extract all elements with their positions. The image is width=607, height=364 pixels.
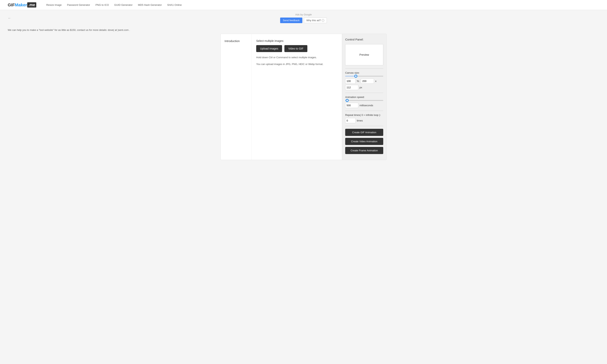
content-card: Introduction Select multiple images: Upl… bbox=[221, 34, 386, 160]
canvas-size-label: Canvas size: bbox=[345, 71, 383, 74]
animation-input-row: milliseconds bbox=[345, 103, 383, 108]
center-panel: Select multiple images: Upload Images Vi… bbox=[251, 34, 342, 160]
ads-by-google: Ads by Google bbox=[3, 13, 604, 16]
main-container: Introduction Select multiple images: Upl… bbox=[217, 34, 390, 168]
intro-title: Introduction bbox=[224, 39, 248, 43]
nav-resize-image[interactable]: Resize Image bbox=[46, 3, 62, 6]
nav-password-generator[interactable]: Password Generator bbox=[67, 3, 90, 6]
select-label: Select multiple images: bbox=[256, 39, 337, 42]
canvas-x: x bbox=[375, 80, 376, 82]
upload-buttons: Upload Images Video to GIF bbox=[256, 45, 337, 52]
animation-speed-label: Animation speed: bbox=[345, 96, 383, 99]
repeat-label: Repeat times( 0 = infinite loop ): bbox=[345, 114, 383, 117]
control-panel-title: Control Panel: bbox=[345, 38, 383, 41]
create-video-animation-button[interactable]: Create Video Animation bbox=[345, 138, 383, 145]
repeat-section: Repeat times( 0 = infinite loop ): times bbox=[345, 114, 383, 123]
intro-sidebar: Introduction bbox=[221, 34, 251, 160]
animation-speed-unit: milliseconds bbox=[359, 104, 373, 107]
create-frame-animation-button[interactable]: Create Frame Animation bbox=[345, 147, 383, 154]
nav-md5-hash-generator[interactable]: MD5 Hash Generator bbox=[138, 3, 162, 6]
animation-speed-input[interactable] bbox=[345, 103, 358, 108]
promo-text: We can help you to make a "tool website"… bbox=[0, 26, 607, 34]
create-gif-animation-button[interactable]: Create GIF Animation bbox=[345, 129, 383, 136]
info-icon: i bbox=[322, 19, 324, 22]
canvas-slider-thumb[interactable] bbox=[354, 75, 357, 78]
logo-me: .me bbox=[27, 2, 36, 8]
preview-text: Preview bbox=[359, 53, 369, 56]
control-panel: Control Panel: Preview Canvas size: %: x bbox=[342, 34, 386, 160]
main-nav: Resize Image Password Generator PNG to I… bbox=[46, 3, 182, 6]
divider-3 bbox=[345, 111, 383, 111]
nav-guid-generator[interactable]: GUID Generator bbox=[114, 3, 133, 6]
canvas-height-input[interactable] bbox=[345, 85, 358, 90]
send-feedback-button[interactable]: Send feedback bbox=[280, 18, 302, 23]
repeat-input[interactable] bbox=[345, 118, 356, 123]
animation-speed-section: Animation speed: milliseconds bbox=[345, 96, 383, 108]
divider-2 bbox=[345, 93, 383, 93]
why-this-ad-text: Why this ad? bbox=[306, 19, 321, 22]
back-arrow[interactable]: ← bbox=[8, 16, 11, 20]
video-to-gif-button[interactable]: Video to GIF bbox=[284, 45, 307, 52]
animation-slider-thumb[interactable] bbox=[345, 99, 349, 102]
repeat-unit: times bbox=[357, 119, 363, 122]
info-ctrl-text: Hold down Ctrl or Command to select mult… bbox=[256, 55, 337, 60]
ad-buttons: Send feedback Why this ad? i bbox=[3, 18, 604, 23]
logo[interactable]: GIF Maker .me bbox=[8, 2, 36, 8]
canvas-slider-track[interactable] bbox=[345, 76, 383, 77]
animation-slider-track[interactable] bbox=[345, 100, 383, 101]
divider-1 bbox=[345, 68, 383, 69]
upload-images-button[interactable]: Upload Images bbox=[256, 45, 282, 52]
canvas-percent-input[interactable] bbox=[345, 78, 356, 84]
canvas-px: px bbox=[359, 86, 362, 89]
canvas-percent-unit: %: bbox=[357, 80, 360, 82]
why-this-ad-button[interactable]: Why this ad? i bbox=[304, 18, 327, 23]
divider-4 bbox=[345, 126, 383, 126]
nav-png-to-ico[interactable]: PNG to ICO bbox=[95, 3, 109, 6]
canvas-size-section: Canvas size: %: x px bbox=[345, 71, 383, 90]
canvas-input-row: %: x px bbox=[345, 78, 383, 90]
info-format-text: You can upload images in JPG, PNG, HEIC … bbox=[256, 62, 337, 66]
repeat-input-row: times bbox=[345, 118, 383, 123]
ad-bar: ← Ads by Google Send feedback Why this a… bbox=[0, 10, 607, 26]
preview-box: Preview bbox=[345, 44, 383, 65]
canvas-width-input[interactable] bbox=[361, 78, 374, 84]
header: GIF Maker .me Resize Image Password Gene… bbox=[0, 0, 607, 10]
nav-sha1-online[interactable]: SHA1 Online bbox=[167, 3, 182, 6]
logo-maker: Maker bbox=[15, 2, 27, 8]
logo-gif: GIF bbox=[8, 2, 15, 8]
